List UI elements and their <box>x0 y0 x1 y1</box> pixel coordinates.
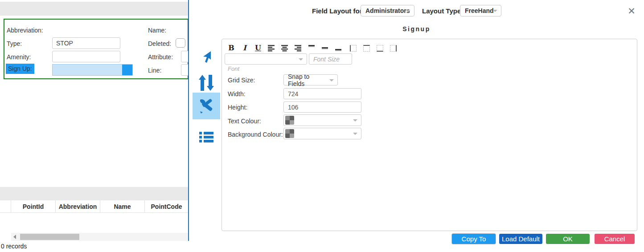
deleted-label: Deleted: <box>148 40 171 47</box>
text-colour-select[interactable] <box>283 114 361 126</box>
list-icon <box>199 130 213 144</box>
chevron-down-icon <box>299 58 303 61</box>
font-family-select[interactable] <box>225 53 307 65</box>
chevron-down-icon <box>329 79 334 81</box>
grid-size-label: Grid Size: <box>228 77 255 84</box>
records-count: 0 records <box>1 243 27 250</box>
layout-type-select[interactable]: FreeHand <box>460 5 501 16</box>
cursor-icon <box>200 50 213 64</box>
align-left-button[interactable] <box>267 44 276 53</box>
grid-header-row: PointId Abbreviation Name PointCode <box>0 200 189 213</box>
font-size-input[interactable] <box>309 53 352 65</box>
cancel-button[interactable]: Cancel <box>595 234 635 244</box>
border-right-button[interactable] <box>388 44 398 53</box>
bold-button[interactable]: B <box>226 44 236 53</box>
valign-middle-icon <box>321 45 328 52</box>
copy-to-button[interactable]: Copy To <box>452 234 496 244</box>
field-layout-for-label: Field Layout for: <box>312 7 365 15</box>
grid-size-select[interactable]: Snap to Fields <box>283 74 338 85</box>
width-input[interactable] <box>283 88 361 99</box>
close-icon[interactable]: ✕ <box>625 4 638 18</box>
signup-field-selected[interactable] <box>52 64 133 76</box>
border-left-button[interactable] <box>348 44 358 53</box>
height-label: Height: <box>228 104 247 111</box>
grid-col-selector <box>0 200 11 213</box>
amenity-label: Amenity: <box>7 53 31 61</box>
background-colour-select[interactable] <box>283 128 361 139</box>
field-list-tool[interactable] <box>193 125 220 150</box>
dialog-left-edge <box>188 0 189 241</box>
chevron-down-icon <box>493 10 497 12</box>
valign-bottom-button[interactable] <box>333 44 343 53</box>
line-label: Line: <box>148 67 161 74</box>
reorder-fields-tool[interactable] <box>193 70 220 95</box>
valign-bottom-icon <box>335 45 342 52</box>
layout-type-value: FreeHand <box>465 7 494 14</box>
signup-resize-handle[interactable] <box>122 65 132 75</box>
scrollbar-left-arrow-icon[interactable] <box>13 235 16 239</box>
valign-top-icon <box>308 45 315 52</box>
width-label: Width: <box>228 90 246 98</box>
border-bottom-button[interactable] <box>375 44 385 53</box>
grid-col-abbreviation[interactable]: Abbreviation <box>55 200 100 213</box>
font-group-label: Font <box>228 65 239 72</box>
layout-type-label: Layout Type: <box>422 7 463 15</box>
border-top-button[interactable] <box>361 44 371 53</box>
background-app: Abbreviation: Type: Amenity: Sign Up: Na… <box>0 0 189 252</box>
grid-col-pointid[interactable]: PointId <box>11 200 55 213</box>
grid-top-band <box>0 187 189 200</box>
ok-button[interactable]: OK <box>546 234 590 244</box>
border-left-icon <box>350 45 357 52</box>
align-right-button[interactable] <box>293 44 303 53</box>
transparent-colour-swatch <box>285 129 294 138</box>
field-layout-for-value: Administrators <box>365 7 410 14</box>
move-vertical-icon <box>199 75 214 91</box>
text-colour-label: Text Colour: <box>228 118 261 125</box>
grid-col-name[interactable]: Name <box>100 200 144 213</box>
field-layout-dialog: Field Layout for: Administrators Layout … <box>189 0 644 252</box>
type-field[interactable] <box>52 37 120 49</box>
align-right-icon <box>295 45 302 52</box>
abbreviation-label: Abbreviation: <box>7 27 43 34</box>
valign-top-button[interactable] <box>307 44 316 53</box>
attribute-field[interactable] <box>181 51 189 62</box>
type-label: Type: <box>7 40 22 47</box>
height-input[interactable] <box>283 102 361 113</box>
chevron-down-icon <box>353 119 357 122</box>
amenity-field[interactable] <box>52 51 120 62</box>
underline-button[interactable]: U <box>253 44 263 53</box>
screen: Abbreviation: Type: Amenity: Sign Up: Na… <box>0 0 644 252</box>
border-top-icon <box>363 45 370 52</box>
name-label: Name: <box>148 27 166 34</box>
border-right-icon <box>390 45 397 52</box>
align-center-icon <box>281 45 288 52</box>
field-layout-for-select[interactable]: Administrators <box>361 5 414 16</box>
italic-button[interactable]: I <box>240 44 250 53</box>
align-center-button[interactable] <box>280 44 290 53</box>
chevron-down-icon <box>406 10 410 12</box>
transparent-colour-swatch <box>285 116 294 125</box>
signup-label-selected[interactable]: Sign Up: <box>6 64 34 74</box>
field-layout-canvas: Abbreviation: Type: Amenity: Sign Up: Na… <box>4 19 189 79</box>
attribute-label: Attribute: <box>148 53 173 61</box>
app-toolbar <box>0 2 189 16</box>
deleted-checkbox[interactable] <box>176 38 185 48</box>
grid-col-pointcode[interactable]: PointCode <box>144 200 188 213</box>
dialog-title: Signup <box>189 25 644 33</box>
field-properties-tool[interactable] <box>193 93 220 119</box>
select-cursor-tool[interactable] <box>193 45 220 69</box>
tools-icon <box>197 97 215 115</box>
line-field[interactable] <box>181 64 189 76</box>
field-properties-panel: B I U <box>222 39 637 231</box>
scrollbar-thumb[interactable] <box>20 234 79 240</box>
align-left-icon <box>268 45 275 52</box>
grid-size-value: Snap to Fields <box>288 73 327 87</box>
valign-middle-button[interactable] <box>320 44 330 53</box>
load-default-button[interactable]: Load Default <box>499 234 542 244</box>
chevron-down-icon <box>353 133 357 135</box>
background-colour-label: Background Colour: <box>228 131 283 138</box>
border-bottom-icon <box>377 45 383 52</box>
